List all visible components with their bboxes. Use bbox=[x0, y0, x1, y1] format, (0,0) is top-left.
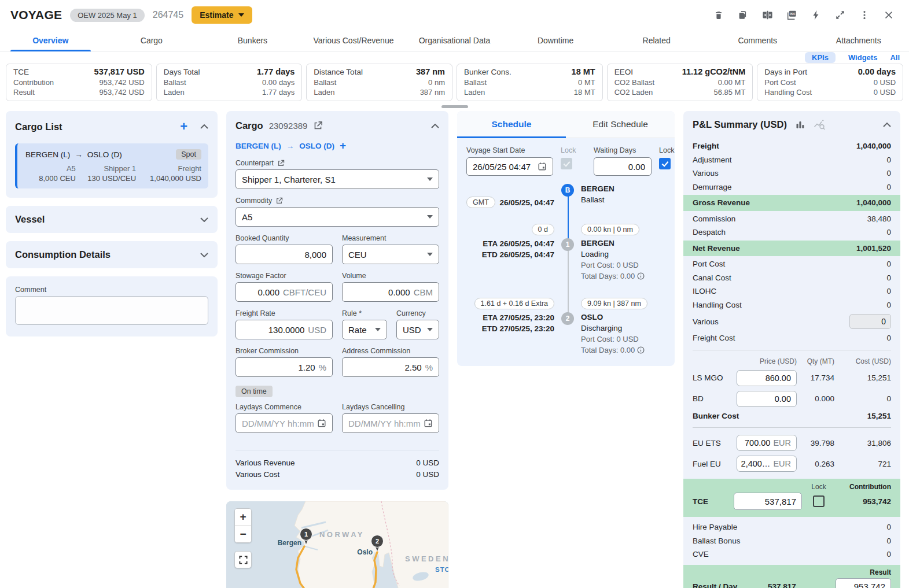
tab-attachments[interactable]: Attachments bbox=[808, 30, 909, 51]
tab-bunkers[interactable]: Bunkers bbox=[202, 30, 303, 51]
kpi-value: 0.00 days bbox=[858, 67, 896, 76]
info-icon[interactable] bbox=[637, 272, 645, 280]
tab-downtime[interactable]: Downtime bbox=[505, 30, 606, 51]
eu-cost: 721 bbox=[840, 460, 891, 468]
tab-overview[interactable]: Overview bbox=[0, 30, 101, 51]
check-icon bbox=[661, 161, 669, 167]
voyage-start-input[interactable]: 26/05/25 04:47 bbox=[466, 157, 553, 176]
expand-icon[interactable] bbox=[830, 5, 850, 25]
origin-port: BERGEN bbox=[581, 184, 665, 194]
eu-ets-price-input[interactable]: 700.00EUR bbox=[737, 435, 797, 451]
result-per-day-value: 537,817 bbox=[768, 582, 796, 588]
map-fullscreen-button[interactable] bbox=[234, 551, 252, 568]
delete-icon[interactable] bbox=[709, 5, 728, 25]
pnl-label: Despatch bbox=[693, 227, 726, 238]
kpi-sub-label: Laden bbox=[164, 87, 185, 97]
bd-price-input[interactable]: 0.00 bbox=[737, 391, 797, 407]
analytics-search-icon[interactable] bbox=[814, 120, 826, 130]
close-icon[interactable] bbox=[879, 5, 899, 25]
various-editable-input[interactable]: 0 bbox=[849, 314, 891, 329]
compare-icon[interactable] bbox=[757, 5, 777, 25]
tce-input[interactable]: 537,817 bbox=[734, 493, 802, 510]
stop2-etd: ETD 27/05/25, 23:20 bbox=[466, 323, 554, 334]
route-link-bergen[interactable]: BERGEN (L) bbox=[235, 142, 281, 150]
waiting-days-input[interactable]: 0.00 bbox=[594, 157, 652, 176]
laydays-commence-input[interactable]: DD/MM/YY hh:mm bbox=[235, 413, 333, 433]
expand-vessel-icon[interactable] bbox=[200, 217, 208, 222]
add-cargo-button[interactable]: + bbox=[180, 120, 187, 133]
timeline-node-start[interactable]: B bbox=[561, 184, 574, 197]
measurement-select[interactable]: CEU bbox=[342, 245, 439, 264]
tab-comments[interactable]: Comments bbox=[707, 30, 808, 51]
pnl-value: 0 bbox=[886, 300, 891, 310]
booked-quantity-input[interactable]: 8,000 bbox=[235, 245, 333, 264]
tab-cargo[interactable]: Cargo bbox=[101, 30, 203, 51]
version-badge: OEW 2025 May 1 bbox=[70, 9, 145, 22]
laydays-cancelling-input[interactable]: DD/MM/YY hh:mm bbox=[342, 413, 439, 433]
result-total-input[interactable]: 953,742 bbox=[836, 578, 891, 588]
route-arrow-icon: → bbox=[286, 142, 295, 150]
caret-down-icon bbox=[238, 13, 244, 17]
tab-organisational-data[interactable]: Organisational Data bbox=[404, 30, 505, 51]
commodity-select[interactable]: A5 bbox=[235, 207, 439, 227]
add-port-button[interactable]: + bbox=[340, 139, 346, 152]
kpi-sub-value: 387 nm bbox=[420, 87, 445, 97]
calendar-icon bbox=[538, 162, 547, 171]
timeline-node-1[interactable]: 1 bbox=[561, 238, 574, 251]
kpi-sub-value: 1.77 days bbox=[262, 87, 295, 97]
tce-lock-checkbox[interactable] bbox=[813, 495, 825, 507]
volume-input[interactable]: 0.000CBM bbox=[342, 282, 439, 302]
tab-edit-schedule[interactable]: Edit Schedule bbox=[566, 111, 675, 138]
rule-select[interactable]: Rate bbox=[342, 320, 387, 339]
open-counterpart-icon[interactable] bbox=[277, 160, 285, 167]
export-pdf-icon[interactable]: PDF bbox=[782, 5, 801, 25]
collapse-pnl-icon[interactable] bbox=[883, 123, 891, 127]
schedule-panel: Schedule Edit Schedule Voyage Start Date… bbox=[457, 111, 675, 366]
tab-various-cost-revenue[interactable]: Various Cost/Revenue bbox=[303, 30, 404, 51]
estimate-dropdown[interactable]: Estimate bbox=[192, 6, 252, 24]
fuel-qty: 0.000 bbox=[803, 394, 834, 403]
duplicate-icon[interactable] bbox=[733, 5, 753, 25]
lock-waiting-checkbox[interactable] bbox=[659, 158, 671, 169]
collapse-cargo-list-icon[interactable] bbox=[200, 124, 208, 129]
broker-commission-input[interactable]: 1.20% bbox=[235, 357, 333, 377]
open-cargo-icon[interactable] bbox=[313, 121, 323, 131]
bar-chart-icon[interactable] bbox=[795, 120, 805, 130]
timeline-node-2[interactable]: 2 bbox=[561, 312, 574, 325]
route-link-oslo[interactable]: OSLO (D) bbox=[299, 142, 334, 150]
pnl-value: 0 bbox=[886, 155, 891, 165]
open-commodity-icon[interactable] bbox=[275, 197, 283, 205]
eu-name: Fuel EU bbox=[693, 460, 731, 468]
map-zoom-out-button[interactable]: − bbox=[235, 526, 251, 542]
info-icon[interactable] bbox=[637, 346, 645, 354]
freight-cost-value: 0 bbox=[886, 333, 891, 343]
map-label-oslo: Oslo bbox=[357, 548, 373, 556]
freight-rate-input[interactable]: 130.0000USD bbox=[235, 320, 333, 339]
currency-select[interactable]: USD bbox=[396, 320, 439, 339]
toggle-all[interactable]: All bbox=[890, 53, 900, 62]
kpi-title: Days Total bbox=[164, 68, 200, 76]
stowage-factor-input[interactable]: 0.000CBFT/CEU bbox=[235, 282, 333, 302]
panel-resize-handle[interactable] bbox=[441, 105, 468, 108]
comment-input[interactable] bbox=[15, 296, 208, 325]
expand-consumption-icon[interactable] bbox=[200, 253, 208, 257]
collapse-cargo-icon[interactable] bbox=[431, 124, 439, 128]
counterpart-select[interactable]: Shipper 1, Charterer, S1 bbox=[235, 169, 439, 189]
spot-badge: Spot bbox=[176, 149, 201, 160]
map-label-stockholm-partial: STOC bbox=[435, 566, 448, 573]
quick-actions-icon[interactable] bbox=[806, 5, 826, 25]
toggle-kpis[interactable]: KPIs bbox=[805, 52, 836, 63]
address-commission-input[interactable]: 2.50% bbox=[342, 357, 439, 377]
more-options-icon[interactable] bbox=[855, 5, 874, 25]
tab-related[interactable]: Related bbox=[606, 30, 707, 51]
lock-start-checkbox[interactable] bbox=[561, 158, 572, 169]
tab-schedule[interactable]: Schedule bbox=[457, 111, 566, 138]
map-zoom-in-button[interactable]: + bbox=[235, 509, 251, 526]
fuel-eu-price-input[interactable]: 2,400…EUR bbox=[737, 456, 797, 472]
cargo-list-item[interactable]: BERGEN (L) → OSLO (D) Spot A5 Shipper 1 … bbox=[15, 143, 208, 188]
toggle-widgets[interactable]: Widgets bbox=[848, 53, 877, 62]
consumption-title: Consumption Details bbox=[15, 249, 111, 260]
rule-label: Rule * bbox=[342, 309, 387, 317]
route-map[interactable]: NORWAY SWEDEN STOC Bergen Oslo North 1 2 bbox=[226, 501, 448, 588]
lsmgo-price-input[interactable]: 860.00 bbox=[737, 370, 797, 386]
